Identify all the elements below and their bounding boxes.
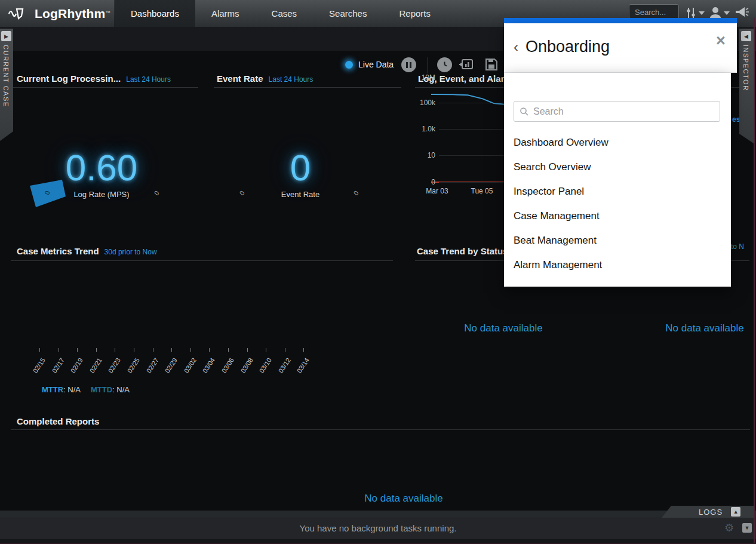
event-rate-title: Event Rate <box>217 73 263 84</box>
background-tasks-bar: You have no background tasks running. <box>0 517 756 539</box>
gridline <box>439 78 505 78</box>
expand-left-icon: ◀ <box>744 33 748 39</box>
mttr-label: MTTR <box>42 385 63 394</box>
axis-tick <box>115 348 115 352</box>
arrow-up-icon: ▲ <box>733 509 739 515</box>
panel-accent-bar <box>504 18 737 23</box>
axis-tick <box>39 348 40 352</box>
search-icon <box>520 107 529 116</box>
user-dropdown-chevron-icon[interactable] <box>724 11 730 15</box>
event-rate-range: Last 24 Hours <box>269 75 314 84</box>
right-widget-empty: No data available <box>633 322 756 334</box>
logrhythm-wave-icon <box>8 7 30 21</box>
menu-item-alarm-management[interactable]: Alarm Management <box>514 259 602 271</box>
logs-strip <box>0 511 756 517</box>
axis-tick <box>96 348 97 352</box>
nav-tab-reports[interactable]: Reports <box>383 0 447 27</box>
panel-title: Onboarding <box>525 38 610 56</box>
axis-tick <box>247 348 248 352</box>
inspector-label: INSPECTOR <box>742 45 749 91</box>
nav-tab-alarms[interactable]: Alarms <box>195 0 256 27</box>
case-metrics-kpis: MTTR: N/A MTTD: N/A <box>42 385 130 394</box>
y-axis-label: 1.0k <box>399 125 435 133</box>
pause-icon <box>406 62 411 68</box>
panel-header: ‹ Onboarding × <box>504 23 737 73</box>
window-edge-right <box>754 18 755 544</box>
nav-tab-searches[interactable]: Searches <box>313 0 383 27</box>
back-chevron-icon[interactable]: ‹ <box>514 40 518 54</box>
axis-tick <box>303 348 304 352</box>
save-dashboard-icon[interactable] <box>485 58 498 71</box>
announcements-megaphone-icon[interactable] <box>735 6 749 19</box>
axis-tick <box>77 348 78 352</box>
current-case-label: CURRENT CASE <box>2 45 10 107</box>
menu-item-beat-management[interactable]: Beat Management <box>514 235 597 247</box>
axis-tick <box>209 348 210 352</box>
mttd-value: : N/A <box>112 385 130 394</box>
axis-tick <box>171 348 172 352</box>
logs-tab[interactable]: LOGS ▲ <box>662 506 754 518</box>
y-axis-label: 100k <box>399 99 435 107</box>
panel-search-input[interactable]: Search <box>514 101 720 122</box>
app-root: LogRhythm™ DashboardsAlarmsCasesSearches… <box>0 0 756 544</box>
axis-tick <box>190 348 191 352</box>
log-rate-label: Log Rate (MPS) <box>42 190 161 199</box>
y-axis-label: 0 <box>399 178 435 186</box>
panel-body: Search Dashboard OverviewSearch Overview… <box>504 73 731 287</box>
nav-tab-dashboards[interactable]: Dashboards <box>115 0 195 27</box>
divider <box>11 429 750 430</box>
logs-label: LOGS <box>699 508 723 517</box>
divider <box>11 87 198 88</box>
case-trend-status-empty: No data available <box>417 322 590 334</box>
log-processing-header: Current Log Processin...Last 24 Hours <box>17 73 171 84</box>
axis-tick <box>153 348 153 352</box>
menu-item-dashboard-overview[interactable]: Dashboard Overview <box>514 137 609 149</box>
case-trend-status-title: Case Trend by Status <box>417 246 508 256</box>
expand-right-icon: ▶ <box>4 33 8 39</box>
clock-icon <box>440 60 449 69</box>
nav-tabs: DashboardsAlarmsCasesSearchesReports <box>115 0 447 27</box>
inspector-tab[interactable]: ◀ INSPECTOR <box>739 29 754 143</box>
filter-dropdown-chevron-icon[interactable] <box>699 11 705 15</box>
arrow-down-icon: ▼ <box>745 525 750 531</box>
logrhythm-logo[interactable]: LogRhythm™ <box>0 0 115 27</box>
current-case-tab[interactable]: ▶ CURRENT CASE <box>0 29 13 141</box>
log-processing-title: Current Log Processin... <box>17 73 121 84</box>
mttd-label: MTTD <box>91 385 112 394</box>
case-metrics-axis: 02/1502/1702/1902/2102/2302/2502/2702/29… <box>11 242 393 409</box>
menu-item-inspector-panel[interactable]: Inspector Panel <box>514 186 584 198</box>
axis-tick <box>228 348 229 352</box>
axis-tick <box>266 348 266 352</box>
gridline <box>439 103 505 103</box>
time-range-button[interactable] <box>437 57 452 72</box>
inspector-expand-button[interactable]: ◀ <box>741 31 751 41</box>
y-axis-label: 10M <box>399 73 435 82</box>
live-data-label: Live Data <box>358 60 394 69</box>
axis-tick <box>134 348 134 352</box>
global-search-input[interactable]: Search... <box>629 4 679 19</box>
event-rate-label: Event Rate <box>241 190 360 199</box>
close-icon[interactable]: × <box>716 33 726 49</box>
logs-expand-button[interactable]: ▲ <box>731 507 740 517</box>
collapse-bar-button[interactable]: ▼ <box>742 523 752 533</box>
live-data-indicator-icon[interactable] <box>345 61 353 69</box>
add-widget-icon[interactable] <box>459 58 474 71</box>
axis-tick <box>285 348 285 352</box>
mttr-value: : N/A <box>63 385 80 394</box>
gridline <box>439 182 505 183</box>
x-axis-label: Mar 03 <box>419 187 455 195</box>
x-axis-label: Tue 05 <box>464 187 500 195</box>
current-case-expand-button[interactable]: ▶ <box>1 31 11 41</box>
gridline <box>439 129 505 130</box>
menu-item-search-overview[interactable]: Search Overview <box>514 161 591 173</box>
y-axis-label: 10 <box>399 151 435 159</box>
axis-tick <box>59 348 59 352</box>
brand-name: LogRhythm <box>35 7 105 20</box>
pause-button[interactable] <box>401 57 416 72</box>
settings-gear-icon[interactable]: ⚙ <box>724 521 734 534</box>
nav-tab-cases[interactable]: Cases <box>256 0 314 27</box>
completed-reports-header: Completed Reports <box>17 416 99 427</box>
menu-item-case-management[interactable]: Case Management <box>514 210 600 222</box>
completed-reports-empty: No data available <box>45 493 756 505</box>
toolbar-divider <box>428 57 428 73</box>
